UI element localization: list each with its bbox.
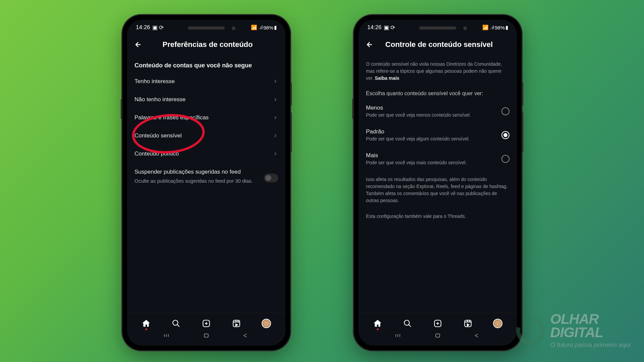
watermark-tagline: O futuro passa primeiro aqui [550, 341, 631, 349]
suspend-title: Suspender publicações sugeridas no feed [135, 168, 259, 176]
header-bar: Preferências de conteúdo [127, 35, 285, 54]
android-home-icon[interactable] [434, 334, 442, 338]
footnote-threads: Esta configuração também vale para o Thr… [359, 210, 517, 223]
content-area: O conteúdo sensível não viola nossas Dir… [359, 54, 517, 313]
android-nav [127, 334, 285, 346]
svg-point-5 [405, 320, 410, 325]
chevron-right-icon [273, 151, 278, 157]
radio-desc: Pode ser que você veja mais conteúdo sen… [366, 160, 496, 165]
list-item-label: Conteúdo sensível [135, 132, 182, 139]
nav-create[interactable] [432, 318, 443, 329]
nav-profile[interactable] [261, 318, 272, 329]
radio-title: Mais [366, 152, 496, 159]
status-battery: 98% [263, 25, 273, 31]
list-item-label: Não tenho interesse [135, 96, 185, 103]
svg-rect-8 [436, 334, 440, 337]
status-signal-icon: 📶 .ıl [482, 24, 494, 31]
list-item-conteudo-politico[interactable]: Conteúdo político [127, 145, 285, 163]
learn-more-link[interactable]: Saiba mais [375, 75, 399, 81]
battery-icon: ▮ [505, 24, 508, 31]
android-nav [359, 334, 517, 346]
phones-container: 14:26 ▣ ⟳ 📶 .ıl 98% ▮ Preferências de co… [0, 0, 644, 350]
radio-desc: Pode ser que você veja menos conteúdo se… [366, 112, 496, 118]
watermark: OLHAR DIGITAL O futuro passa primeiro aq… [516, 312, 631, 349]
status-time: 14:26 [367, 24, 382, 31]
battery-icon: ▮ [274, 24, 277, 31]
nav-create[interactable] [201, 318, 212, 329]
avatar-icon [262, 319, 271, 328]
avatar-icon [493, 319, 502, 328]
header-bar: Controle de conteúdo sensível [359, 35, 517, 54]
page-title: Controle de conteúdo sensível [381, 40, 497, 49]
nav-profile[interactable] [492, 318, 503, 329]
list-item-label: Conteúdo político [135, 150, 179, 157]
status-battery: 98% [495, 25, 505, 31]
content-area: Conteúdo de contas que você não segue Te… [127, 54, 285, 313]
svg-point-1 [173, 320, 178, 325]
android-back-icon[interactable] [473, 334, 481, 338]
suspend-toggle-item[interactable]: Suspender publicações sugeridas no feed … [127, 163, 285, 190]
watermark-brand-line2: DIGITAL [550, 326, 631, 339]
nav-home[interactable] [372, 318, 383, 329]
nav-home[interactable] [141, 318, 152, 329]
radio-option-menos[interactable]: Menos Pode ser que você veja menos conte… [359, 99, 517, 123]
list-item-palavras[interactable]: Palavras e frases específicas [127, 109, 285, 127]
section-heading: Conteúdo de contas que você não segue [127, 58, 285, 72]
radio-button-selected[interactable] [501, 131, 509, 139]
radio-desc: Pode ser que você veja algum conteúdo se… [366, 136, 496, 141]
status-time: 14:26 [136, 24, 150, 31]
list-item-conteudo-sensivel[interactable]: Conteúdo sensível [127, 127, 285, 145]
status-indicator-icon: ▣ ⟳ [384, 24, 395, 31]
nav-reels[interactable] [463, 318, 473, 329]
android-recents-icon[interactable] [394, 334, 402, 338]
android-home-icon[interactable] [202, 334, 210, 338]
phone-frame-left: 14:26 ▣ ⟳ 📶 .ıl 98% ▮ Preferências de co… [122, 15, 290, 350]
footnote-text: Isso afeta os resultados das pesquisas, … [359, 173, 517, 207]
radio-button[interactable] [501, 107, 509, 115]
status-indicator-icon: ▣ ⟳ [152, 24, 164, 31]
watermark-brand-line1: OLHAR [550, 312, 631, 326]
chevron-right-icon [273, 79, 278, 84]
back-button[interactable] [134, 40, 143, 49]
suspend-desc: Oculte as publicações sugeridas no feed … [135, 177, 259, 184]
radio-title: Menos [366, 105, 496, 111]
status-signal-icon: 📶 .ıl [251, 24, 263, 31]
radio-option-mais[interactable]: Mais Pode ser que você veja mais conteúd… [359, 147, 517, 171]
chevron-right-icon [273, 133, 278, 138]
svg-rect-4 [204, 334, 208, 337]
bottom-nav [127, 313, 285, 334]
radio-button[interactable] [501, 155, 509, 163]
page-title: Preferências de conteúdo [150, 40, 265, 49]
android-back-icon[interactable] [241, 334, 250, 338]
back-button[interactable] [365, 40, 374, 49]
android-recents-icon[interactable] [163, 334, 171, 338]
radio-option-padrao[interactable]: Padrão Pode ser que você veja algum cont… [359, 123, 517, 147]
bottom-nav [359, 313, 517, 334]
nav-search[interactable] [402, 318, 413, 329]
nav-reels[interactable] [231, 318, 242, 329]
intro-text: O conteúdo sensível não viola nossas Dir… [359, 58, 517, 84]
list-item-nao-interesse[interactable]: Não tenho interesse [127, 90, 285, 109]
nav-search[interactable] [171, 318, 181, 329]
watermark-logo-icon [511, 311, 550, 350]
list-item-label: Tenho interesse [135, 78, 175, 85]
prompt-text: Escolha quanto conteúdo sensível você qu… [359, 84, 517, 99]
toggle-switch[interactable] [264, 174, 278, 182]
list-item-label: Palavras e frases específicas [135, 114, 209, 121]
radio-title: Padrão [366, 128, 496, 135]
list-item-interesse[interactable]: Tenho interesse [127, 72, 285, 90]
phone-frame-right: 14:26 ▣ ⟳ 📶 .ıl 98% ▮ Controle de conteú… [354, 15, 522, 350]
chevron-right-icon [273, 115, 278, 120]
chevron-right-icon [273, 97, 278, 102]
